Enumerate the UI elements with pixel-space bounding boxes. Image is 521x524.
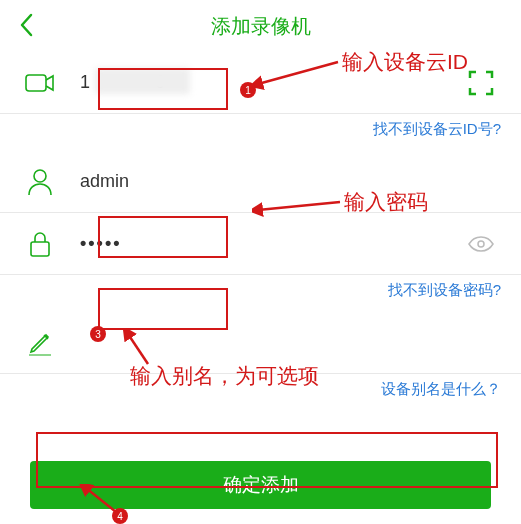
svg-rect-2 <box>31 242 49 256</box>
lock-icon <box>20 230 60 258</box>
password-row <box>0 213 521 275</box>
annotation-badge-4: 4 <box>112 508 128 524</box>
user-icon <box>20 168 60 196</box>
svg-point-3 <box>478 241 484 247</box>
svg-rect-0 <box>26 75 46 91</box>
help-find-pwd[interactable]: 找不到设备密码? <box>0 275 521 312</box>
back-chevron-icon[interactable] <box>18 12 36 45</box>
eye-icon[interactable] <box>461 235 501 253</box>
password-input[interactable] <box>80 233 461 254</box>
username-row <box>0 151 521 213</box>
camera-icon <box>20 72 60 94</box>
annotation-text-2: 输入密码 <box>344 188 428 216</box>
annotation-text-3: 输入别名，为可选项 <box>130 362 319 390</box>
help-find-id[interactable]: 找不到设备云ID号? <box>0 114 521 151</box>
svg-point-1 <box>34 170 46 182</box>
pencil-icon <box>20 330 60 356</box>
alias-input[interactable] <box>80 332 501 353</box>
username-input[interactable] <box>80 171 501 192</box>
annotation-badge-1: 1 <box>240 82 256 98</box>
annotation-badge-3: 3 <box>90 326 106 342</box>
confirm-add-button[interactable]: 确定添加 <box>30 461 491 509</box>
annotation-text-1: 输入设备云ID <box>342 48 468 76</box>
page-title: 添加录像机 <box>0 13 521 40</box>
